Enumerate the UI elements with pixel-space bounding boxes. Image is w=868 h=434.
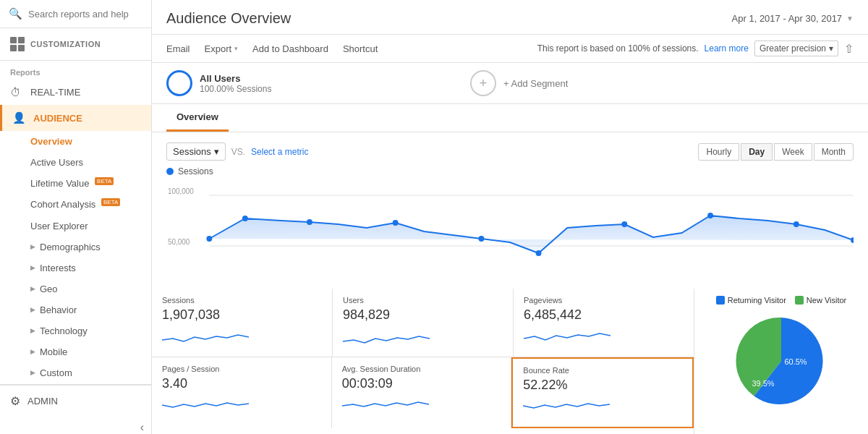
audience-label: AUDIENCE [33, 113, 82, 124]
time-btn-week[interactable]: Week [774, 143, 812, 161]
chart-area: Sessions ▾ VS. Select a metric Hourly Da… [152, 132, 868, 289]
interests-label: Interests [40, 263, 76, 273]
date-range-text: Apr 1, 2017 - Apr 30, 2017 [732, 13, 843, 24]
customization-icon [10, 37, 25, 51]
technology-label: Technology [40, 326, 88, 336]
geo-arrow: ▶ [30, 285, 35, 292]
returning-label: Returning Visitor [728, 296, 786, 305]
y-label-100k: 100,000 [168, 187, 194, 195]
shortcut-button[interactable]: Shortcut [343, 43, 378, 54]
sidebar-item-admin[interactable]: ⚙ ADMIN [0, 386, 151, 417]
customization-label: CUSTOMIZATION [30, 40, 101, 48]
time-buttons: Hourly Day Week Month [698, 143, 854, 161]
metrics-row-1: Sessions 1,907,038 Users 984,829 Pagevie… [152, 289, 694, 357]
tab-overview[interactable]: Overview [166, 104, 229, 132]
custom-arrow: ▶ [30, 369, 35, 376]
metric-dropdown[interactable]: Sessions ▾ [166, 142, 226, 161]
right-panel: Returning Visitor New Visitor 60.5% 39.5… [694, 289, 868, 435]
data-point [536, 250, 542, 256]
pages-session-label: Pages / Session [162, 365, 321, 373]
new-color [795, 296, 804, 305]
search-bar[interactable]: 🔍 [0, 0, 151, 28]
data-point [793, 221, 799, 227]
data-point [393, 220, 399, 226]
precision-dropdown[interactable]: Greater precision ▾ [754, 41, 838, 56]
sidebar-item-behavior[interactable]: ▶ Behavior [0, 299, 151, 320]
metric-selector: Sessions ▾ VS. Select a metric [166, 142, 308, 161]
admin-icon: ⚙ [10, 394, 20, 408]
sidebar-item-realtime[interactable]: ⏱ REAL-TIME [0, 80, 151, 105]
time-btn-month[interactable]: Month [814, 143, 854, 161]
users-sparkline [343, 326, 430, 347]
time-btn-day[interactable]: Day [741, 143, 773, 161]
metric-card-sessions: Sessions 1,907,038 [152, 289, 333, 357]
add-segment-button[interactable]: + + Add Segment [470, 70, 760, 96]
search-input[interactable] [28, 9, 142, 20]
technology-arrow: ▶ [30, 327, 35, 334]
sidebar-subitem-user-explorer[interactable]: User Explorer [0, 216, 151, 237]
add-to-dashboard-button[interactable]: Add to Dashboard [252, 43, 328, 54]
demographics-label: Demographics [40, 242, 101, 252]
beta-badge-cohort: BETA [101, 198, 120, 206]
report-info-text: This report is based on 100% of sessions… [537, 43, 699, 54]
geo-label: Geo [40, 284, 58, 294]
returning-legend-item: Returning Visitor [716, 296, 786, 305]
sidebar-item-demographics[interactable]: ▶ Demographics [0, 237, 151, 258]
sidebar-subitem-overview[interactable]: Overview [0, 131, 151, 152]
behavior-label: Behavior [40, 305, 77, 315]
mobile-arrow: ▶ [30, 348, 35, 355]
select-metric-link[interactable]: Select a metric [251, 147, 308, 157]
sessions-value: 1,907,038 [162, 307, 322, 323]
metric-card-pageviews: Pageviews 6,485,442 [514, 289, 694, 357]
sidebar-item-interests[interactable]: ▶ Interests [0, 258, 151, 278]
data-point [707, 213, 713, 218]
sidebar-item-geo[interactable]: ▶ Geo [0, 278, 151, 299]
sidebar-item-audience[interactable]: 👤 AUDIENCE [0, 105, 151, 131]
y-label-50k: 50,000 [168, 238, 190, 246]
custom-label: Custom [40, 367, 72, 378]
time-btn-hourly[interactable]: Hourly [698, 143, 739, 161]
action-links: Email Export ▾ Add to Dashboard Shortcut [166, 43, 378, 54]
realtime-icon: ⏱ [10, 86, 23, 98]
sidebar-item-mobile[interactable]: ▶ Mobile [0, 341, 151, 362]
pie-legend: Returning Visitor New Visitor [716, 296, 847, 305]
avg-session-sparkline [342, 394, 429, 416]
metric-label: Sessions [173, 146, 211, 157]
pages-session-sparkline [162, 394, 249, 416]
bottom-section: Sessions 1,907,038 Users 984,829 Pagevie… [152, 289, 868, 435]
metric-card-avg-session: Avg. Session Duration 00:03:09 [332, 357, 512, 428]
users-value: 984,829 [343, 307, 503, 323]
learn-more-link[interactable]: Learn more [705, 43, 749, 54]
sidebar-collapse-button[interactable]: ‹ [0, 417, 151, 434]
new-label: New Visitor [807, 296, 846, 305]
sidebar-subitem-cohort[interactable]: Cohort Analysis BETA [0, 194, 151, 215]
pages-session-value: 3.40 [162, 376, 321, 391]
date-range-arrow: ▼ [846, 14, 854, 22]
search-icon: 🔍 [9, 7, 22, 20]
metric-card-pages-session: Pages / Session 3.40 [152, 357, 332, 428]
metrics-left-cols: Sessions 1,907,038 Users 984,829 Pagevie… [152, 289, 694, 435]
export-button[interactable]: Export ▾ [205, 43, 239, 54]
main-content: Audience Overview Apr 1, 2017 - Apr 30, … [152, 0, 868, 434]
pageviews-value: 6,485,442 [524, 307, 684, 323]
demographics-arrow: ▶ [30, 243, 35, 250]
sidebar-item-technology[interactable]: ▶ Technology [0, 320, 151, 341]
date-range-selector[interactable]: Apr 1, 2017 - Apr 30, 2017 ▼ [732, 13, 854, 24]
sidebar-bottom: ⚙ ADMIN ‹ [0, 385, 151, 434]
legend-dot [166, 168, 174, 175]
vs-text: VS. [231, 147, 245, 157]
avg-session-value: 00:03:09 [342, 376, 501, 391]
share-icon[interactable]: ⇧ [844, 42, 854, 56]
interests-arrow: ▶ [30, 264, 35, 271]
sidebar-item-custom[interactable]: ▶ Custom [0, 362, 151, 385]
segment-bar: All Users 100.00% Sessions + + Add Segme… [152, 63, 868, 104]
action-bar: Email Export ▾ Add to Dashboard Shortcut… [152, 35, 868, 63]
sidebar-subitem-active-users[interactable]: Active Users [0, 152, 151, 173]
sidebar-subitem-lifetime-value[interactable]: Lifetime Value BETA [0, 173, 151, 194]
pageviews-label: Pageviews [524, 296, 684, 305]
pie-chart: 60.5% 39.5% [716, 310, 846, 412]
sessions-sparkline [162, 326, 249, 347]
email-button[interactable]: Email [166, 43, 190, 54]
precision-arrow: ▾ [829, 43, 833, 54]
bounce-rate-value: 52.22% [523, 378, 682, 393]
